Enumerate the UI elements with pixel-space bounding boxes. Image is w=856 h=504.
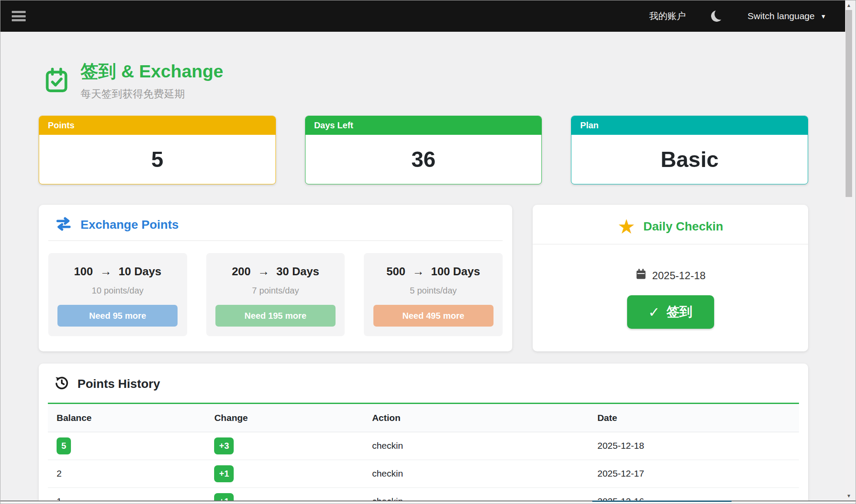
exchange-option-title: 500 → 100 Days [364,265,503,278]
divider [48,240,503,241]
history-icon [54,375,70,393]
main-content: 签到 & Exchange 每天签到获得免费延期 Points 5 Days L… [0,32,819,504]
date-cell: 2025-12-18 [589,432,799,460]
balance-badge: 5 [57,437,71,454]
points-card: Points 5 [39,116,276,184]
exchange-option-500: 500 → 100 Days 5 points/day Need 495 mor… [364,253,503,336]
language-switcher[interactable]: Switch language ▾ [748,11,825,21]
table-row: 5 +3 checkin 2025-12-18 [48,432,799,460]
option-days: 100 Days [431,265,480,278]
option-cost: 100 [74,265,93,278]
plan-value: Basic [571,135,808,184]
scrollbar-up-arrow[interactable]: ▲ [845,3,853,8]
page-title: 签到 & Exchange [81,60,223,83]
option-rate: 7 points/day [206,286,345,296]
column-header-action: Action [363,404,589,432]
points-history-panel: Points History Balance Change Action Dat… [39,364,808,504]
exchange-panel-title: Exchange Points [81,218,179,232]
points-value: 5 [39,135,275,184]
exchange-arrows-icon [54,217,73,233]
top-navigation-bar: 我的账户 Switch language ▾ [0,0,845,32]
exchange-500-button[interactable]: Need 495 more [373,305,493,327]
exchange-option-title: 200 → 30 Days [206,265,345,278]
date-cell: 2025-12-17 [589,460,799,487]
option-cost: 500 [386,265,405,278]
exchange-100-button[interactable]: Need 95 more [57,305,178,327]
checkin-button-label: 签到 [666,303,692,321]
column-header-balance: Balance [48,404,205,432]
checkin-date: 2025-12-18 [652,270,706,282]
star-icon: ★ [618,217,635,237]
page-subtitle: 每天签到获得免费延期 [81,87,223,101]
exchange-points-panel: Exchange Points 100 → 10 Days 10 points/… [39,205,512,351]
plan-card: Plan Basic [571,116,808,184]
balance-cell: 2 [48,460,205,487]
calendar-check-icon [44,67,69,94]
action-cell: checkin [363,460,589,487]
menu-icon[interactable] [12,11,26,21]
dark-mode-moon-icon[interactable] [709,9,724,23]
check-icon: ✓ [648,304,660,320]
option-rate: 5 points/day [364,286,503,296]
arrow-right-icon: → [412,265,424,278]
option-rate: 10 points/day [48,286,187,296]
stat-cards-row: Points 5 Days Left 36 Plan Basic [39,116,808,184]
option-days: 10 Days [118,265,161,278]
column-header-change: Change [205,404,363,432]
table-header-row: Balance Change Action Date [48,404,799,432]
points-history-table: Balance Change Action Date 5 +3 checkin … [48,404,799,504]
days-left-value: 36 [305,135,542,184]
arrow-right-icon: → [100,265,111,278]
arrow-right-icon: → [258,265,269,278]
scrollbar-thumb[interactable] [846,10,852,197]
language-switcher-label: Switch language [748,11,815,21]
plan-card-header: Plan [571,116,808,135]
window-bottom-edge [0,501,856,504]
days-left-card-header: Days Left [305,116,542,135]
exchange-option-100: 100 → 10 Days 10 points/day Need 95 more [48,253,187,336]
days-left-card: Days Left 36 [305,116,542,184]
option-cost: 200 [232,265,251,278]
my-account-link[interactable]: 我的账户 [649,10,686,22]
vertical-scrollbar[interactable]: ▲ ▼ [845,1,853,500]
checkin-button[interactable]: ✓ 签到 [627,295,714,329]
page-header: 签到 & Exchange 每天签到获得免费延期 [44,60,819,101]
points-card-header: Points [39,116,275,135]
daily-checkin-title: Daily Checkin [643,220,723,234]
table-row: 2 +1 checkin 2025-12-17 [48,460,799,487]
exchange-200-button[interactable]: Need 195 more [215,305,336,327]
chevron-down-icon: ▾ [822,12,825,20]
divider [533,244,808,244]
scrollbar-down-arrow[interactable]: ▼ [845,493,853,498]
calendar-icon [635,268,647,283]
change-badge: +1 [214,465,234,482]
exchange-option-200: 200 → 30 Days 7 points/day Need 195 more [206,253,345,336]
exchange-option-title: 100 → 10 Days [48,265,187,278]
option-days: 30 Days [276,265,319,278]
points-history-title: Points History [77,377,160,391]
exchange-options: 100 → 10 Days 10 points/day Need 95 more… [48,253,503,336]
checkin-date-row: 2025-12-18 [533,268,808,283]
column-header-date: Date [589,404,799,432]
action-cell: checkin [363,432,589,460]
change-badge: +3 [214,437,234,454]
bottom-accent-bar [592,501,732,502]
daily-checkin-panel: ★ Daily Checkin 2025-12-18 ✓ 签到 [533,205,808,351]
